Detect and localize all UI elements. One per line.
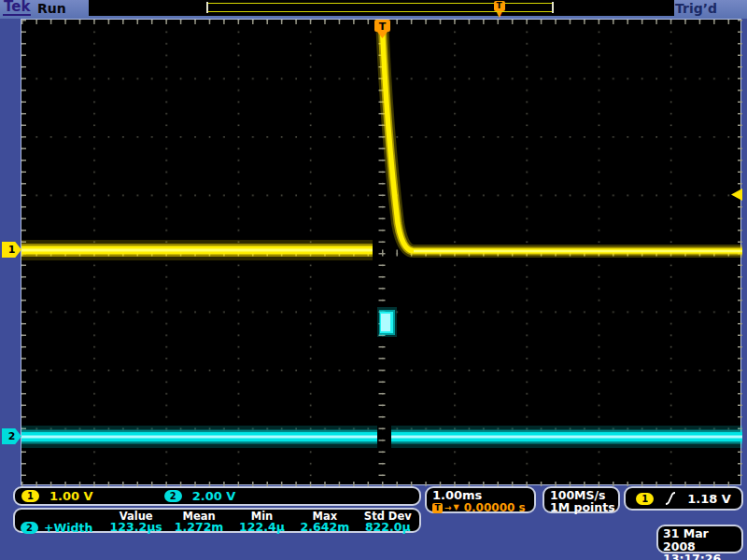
measurement-max: 2.642m: [293, 522, 356, 534]
measurement-mean: 1.272m: [167, 522, 230, 534]
trigger-level: 1.18 V: [687, 492, 731, 506]
oscilloscope-screen: Tek Run T ▼ Trig’d: [0, 0, 747, 560]
record-view-area: T ▼: [89, 0, 674, 16]
measurement-row: 2 +Width 123.2µs 1.272m 122.4µ 2.642m 82…: [15, 522, 419, 534]
record-end-bracket: [552, 2, 554, 13]
measurement-value: 123.2µs: [105, 522, 167, 534]
record-trigger-position-marker[interactable]: T ▼: [493, 1, 505, 18]
trigger-source-badge: 1: [636, 493, 654, 505]
trigger-t-icon: T: [432, 503, 443, 513]
measurement-readout[interactable]: Value Mean Min Max Std Dev 2 +Width 123.…: [13, 508, 421, 533]
graticule-display: T: [21, 19, 741, 485]
measurement-source-badge: 2: [21, 522, 38, 534]
time-label: 13:17:26: [663, 553, 741, 560]
trigger-t-icon: T: [379, 21, 387, 33]
arrow-right-icon: →: [444, 502, 452, 513]
ch1-position-marker[interactable]: 1: [2, 242, 21, 258]
acquisition-readout[interactable]: 100MS/s 1M points: [543, 486, 620, 513]
down-triangle-icon: ▼: [493, 11, 505, 18]
trigger-readout[interactable]: 1 1.18 V: [624, 486, 743, 511]
horizontal-position: 0.00000 s: [464, 502, 526, 513]
trigger-status: Trig’d: [675, 1, 717, 16]
channel-scale-readout[interactable]: 1 1.00 V 2 2.00 V: [13, 486, 421, 506]
rising-edge-icon: [665, 492, 676, 505]
ch1-scale: 1.00 V: [49, 489, 93, 503]
ch1-badge: 1: [21, 490, 39, 502]
ch2-position-marker[interactable]: 2: [2, 428, 21, 444]
measurement-name: +Width: [44, 523, 92, 534]
horizontal-readout[interactable]: 1.00ms T → ▼ 0.00000 s: [425, 486, 536, 513]
waveform-plot: T: [21, 20, 742, 486]
ch2-scale: 2.00 V: [192, 489, 236, 503]
tek-logo: Tek: [3, 0, 31, 16]
down-triangle-icon: ▼: [454, 502, 459, 513]
date-label: 31 Mar 2008: [663, 527, 741, 553]
record-start-bracket: [206, 2, 208, 13]
timebase-scale: 1.00ms: [432, 489, 534, 501]
datetime-readout: 31 Mar 2008 13:17:26: [656, 525, 743, 553]
measurement-min: 122.4µ: [231, 522, 293, 534]
measurement-stddev: 822.0µ: [357, 522, 419, 534]
ch2-badge: 2: [164, 490, 182, 502]
acquisition-status: Run: [37, 1, 66, 16]
top-status-bar: Tek Run T ▼ Trig’d: [0, 0, 747, 19]
record-view-bar[interactable]: T ▼: [207, 3, 553, 12]
record-length: 1M points: [550, 501, 618, 513]
ch2-pulse-artifact: [377, 307, 397, 337]
